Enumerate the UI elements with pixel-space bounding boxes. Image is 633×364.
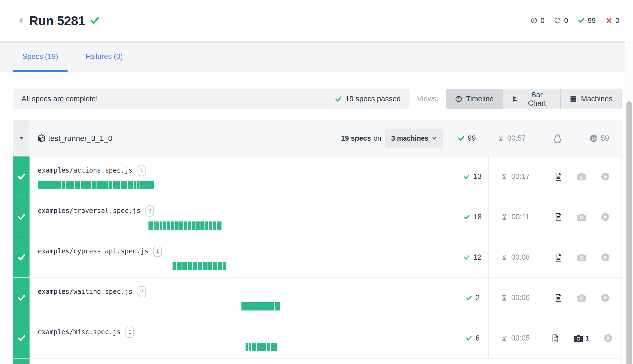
back-button[interactable]: [17, 16, 25, 25]
timeline-segment[interactable]: [246, 343, 248, 351]
timeline-segment[interactable]: [257, 343, 266, 351]
timeline-segment[interactable]: [241, 302, 274, 310]
video-icon[interactable]: [601, 172, 610, 181]
timeline-segment[interactable]: [213, 262, 217, 270]
timeline-segment[interactable]: [173, 262, 176, 270]
timeline-segment[interactable]: [275, 302, 280, 310]
spec-artifacts-cell: [542, 237, 622, 277]
spec-row[interactable]: examples/cypress_api.spec.js 1 12 00:08: [13, 237, 622, 278]
scrollbar-thumb[interactable]: [626, 101, 632, 364]
spec-timeline-bar[interactable]: [173, 262, 226, 270]
timeline-segment[interactable]: [184, 221, 187, 230]
timeline-segment[interactable]: [148, 221, 153, 230]
timeline-segment[interactable]: [38, 181, 61, 189]
timeline-segment[interactable]: [188, 262, 192, 270]
timeline-segment[interactable]: [156, 221, 159, 230]
timeline-segment[interactable]: [97, 181, 108, 189]
spec-timeline-bar[interactable]: [38, 181, 154, 189]
screenshots-icon[interactable]: [577, 294, 587, 302]
spec-row[interactable]: examples/actions.spec.js 1 13 00:17: [13, 156, 622, 197]
spec-timeline-bar[interactable]: [241, 302, 280, 310]
timeline-segment[interactable]: [203, 262, 208, 270]
timeline-segment[interactable]: [218, 262, 222, 270]
timeline-segment[interactable]: [75, 181, 80, 189]
tab-specs[interactable]: Specs (19): [13, 41, 68, 72]
spec-status-passed: [13, 197, 30, 237]
timeline-segment[interactable]: [137, 181, 139, 189]
spec-file-name[interactable]: examples/traversal.spec.js: [38, 207, 141, 215]
spec-file-name[interactable]: examples/actions.spec.js: [38, 167, 133, 174]
timeline-segment[interactable]: [175, 221, 179, 230]
screenshots-icon[interactable]: [577, 253, 587, 262]
timeline-segment[interactable]: [109, 181, 112, 189]
play-icon: [601, 293, 610, 302]
timeline-segment[interactable]: [179, 221, 183, 230]
output-icon[interactable]: [555, 172, 563, 181]
timeline-segment[interactable]: [167, 221, 170, 230]
stat-passed: 99: [578, 16, 596, 25]
timeline-segment[interactable]: [66, 181, 74, 189]
timeline-view-button[interactable]: Timeline: [446, 89, 503, 109]
spec-passed-count: 6: [476, 334, 480, 342]
timeline-segment[interactable]: [121, 181, 127, 189]
output-icon[interactable]: [555, 212, 563, 222]
spec-duration: 00:11: [512, 213, 530, 221]
timeline-segment[interactable]: [196, 221, 200, 230]
timeline-segment[interactable]: [192, 221, 196, 230]
group-collapse-button[interactable]: [13, 120, 30, 156]
bar-chart-view-button[interactable]: Bar Chart: [503, 89, 561, 109]
timeline-segment[interactable]: [160, 221, 162, 230]
timeline-segment[interactable]: [182, 262, 187, 270]
tab-failures[interactable]: Failures (0): [76, 41, 132, 72]
timeline-segment[interactable]: [198, 262, 202, 270]
spec-timeline-bar[interactable]: [148, 221, 221, 230]
timeline-segment[interactable]: [223, 262, 226, 270]
machines-view-label: Machines: [581, 95, 612, 103]
spec-row[interactable]: examples/misc.spec.js 1 6 00:05: [13, 318, 622, 359]
video-icon[interactable]: [601, 253, 610, 262]
spec-file-name[interactable]: examples/misc.spec.js: [38, 328, 121, 336]
spec-passed-count: 2: [476, 294, 480, 302]
machines-view-button[interactable]: Machines: [560, 89, 622, 109]
timeline-segment[interactable]: [134, 181, 136, 189]
machines-dropdown[interactable]: 3 machines: [385, 129, 443, 148]
timeline-segment[interactable]: [154, 221, 156, 230]
timeline-segment[interactable]: [188, 221, 191, 230]
timeline-segment[interactable]: [200, 221, 204, 230]
timeline-segment[interactable]: [171, 221, 174, 230]
stat-failed-count: 0: [616, 16, 619, 25]
timeline-segment[interactable]: [177, 262, 182, 270]
timeline-segment[interactable]: [113, 181, 120, 189]
timeline-segment[interactable]: [193, 262, 197, 270]
timeline-segment[interactable]: [208, 262, 212, 270]
timeline-segment[interactable]: [128, 181, 133, 189]
timeline-segment[interactable]: [163, 221, 166, 230]
timeline-segment[interactable]: [62, 181, 65, 189]
group-on-word: on: [374, 134, 381, 143]
timeline-segment[interactable]: [92, 181, 97, 189]
screenshots-icon[interactable]: 1: [574, 334, 589, 342]
spec-row[interactable]: examples/waiting.spec.js 2 2 00:06: [13, 278, 622, 318]
timeline-segment[interactable]: [252, 343, 256, 351]
spec-file-name[interactable]: examples/waiting.spec.js: [38, 288, 133, 295]
spec-file-name[interactable]: examples/cypress_api.spec.js: [38, 247, 148, 255]
timeline-segment[interactable]: [139, 181, 154, 189]
video-icon[interactable]: [601, 293, 610, 302]
timeline-segment[interactable]: [209, 221, 212, 230]
screenshots-icon[interactable]: [577, 173, 587, 181]
timeline-segment[interactable]: [205, 221, 208, 230]
timeline-segment[interactable]: [217, 221, 221, 230]
timeline-segment[interactable]: [267, 343, 270, 351]
spec-timeline-bar[interactable]: [246, 343, 277, 351]
timeline-segment[interactable]: [249, 343, 251, 351]
screenshots-icon[interactable]: [577, 213, 587, 221]
video-icon[interactable]: [604, 334, 613, 343]
timeline-segment[interactable]: [271, 343, 277, 351]
video-icon[interactable]: [601, 212, 610, 221]
output-icon[interactable]: [551, 334, 559, 343]
spec-row[interactable]: examples/traversal.spec.js 2 18 00:11: [13, 197, 622, 237]
timeline-segment[interactable]: [81, 181, 91, 189]
output-icon[interactable]: [555, 253, 563, 262]
output-icon[interactable]: [555, 293, 563, 303]
timeline-segment[interactable]: [213, 221, 216, 230]
